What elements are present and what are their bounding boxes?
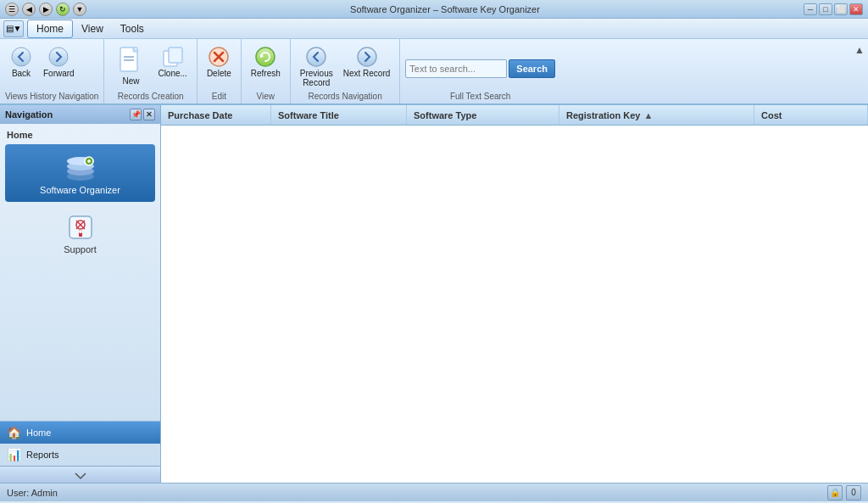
window-controls: ─ □ ⬜ ✕ bbox=[804, 3, 863, 15]
forward-ribbon-btn[interactable]: Forward bbox=[39, 42, 79, 81]
nav-item-software-organizer[interactable]: Software Organizer bbox=[5, 144, 155, 202]
refresh-icon bbox=[253, 45, 277, 69]
edit-label: Edit bbox=[203, 90, 236, 103]
full-text-search-label: Full Text Search bbox=[405, 90, 555, 103]
ribbon-section-btns-records-nav: PreviousRecord Next Record bbox=[296, 42, 394, 90]
nav-item-support[interactable]: Support bbox=[5, 204, 155, 261]
next-record-icon bbox=[355, 45, 379, 69]
app-menu-btn[interactable]: ▤▼ bbox=[3, 20, 24, 37]
nav-pin-btn[interactable]: 📌 bbox=[130, 109, 142, 120]
next-record-label: Next Record bbox=[343, 69, 391, 78]
refresh-label: Refresh bbox=[251, 69, 281, 78]
ribbon-section-search: Search Full Text Search bbox=[400, 39, 560, 103]
col-purchase-date[interactable]: Purchase Date bbox=[161, 105, 271, 125]
count-badge: 0 bbox=[846, 485, 861, 500]
refresh-ribbon-btn[interactable]: Refresh bbox=[247, 42, 285, 81]
forward-btn[interactable]: ▶ bbox=[39, 3, 53, 16]
content-area: Purchase Date Software Title Software Ty… bbox=[161, 105, 868, 483]
ribbon-section-btns-views: Back Forward bbox=[5, 42, 98, 90]
col-cost[interactable]: Cost bbox=[754, 105, 868, 125]
records-creation-label: Records Creation bbox=[109, 90, 191, 103]
svg-point-26 bbox=[79, 230, 82, 233]
home-bottom-icon: 🏠 bbox=[7, 426, 21, 439]
delete-icon bbox=[207, 45, 231, 69]
refresh-btn[interactable]: ↻ bbox=[56, 3, 70, 16]
support-icon bbox=[64, 210, 97, 244]
clone-btn[interactable]: Clone... bbox=[153, 42, 191, 81]
menu-tools[interactable]: Tools bbox=[112, 20, 153, 37]
collapse-icon[interactable]: ▲ bbox=[854, 44, 865, 56]
ribbon: Back Forward Views History Navigation bbox=[0, 39, 868, 105]
search-input[interactable] bbox=[405, 59, 507, 78]
menu-bar: ▤▼ Home View Tools bbox=[0, 19, 868, 39]
user-status: User: Admin bbox=[7, 488, 58, 498]
ribbon-section-view: Refresh View bbox=[242, 39, 291, 103]
clone-icon bbox=[161, 45, 185, 69]
prev-record-btn[interactable]: PreviousRecord bbox=[296, 42, 337, 90]
extra-btn[interactable]: ▼ bbox=[73, 3, 86, 16]
support-label: Support bbox=[64, 244, 97, 254]
delete-label: Delete bbox=[207, 69, 231, 78]
ribbon-section-btns-view: Refresh bbox=[247, 42, 285, 90]
nav-header: Navigation 📌 ✕ bbox=[0, 105, 160, 124]
delete-btn[interactable]: Delete bbox=[203, 42, 236, 81]
svg-point-1 bbox=[49, 48, 68, 66]
nav-scroll-down-btn[interactable] bbox=[0, 466, 160, 483]
sort-indicator: ▲ bbox=[643, 110, 653, 120]
records-navigation-label: Records Navigation bbox=[296, 90, 394, 103]
minimize-btn[interactable]: ─ bbox=[804, 3, 817, 15]
prev-record-icon bbox=[304, 45, 328, 69]
new-icon bbox=[115, 46, 146, 76]
back-ribbon-btn[interactable]: Back bbox=[5, 42, 37, 81]
ribbon-section-btns-edit: Delete bbox=[203, 42, 236, 90]
app-title: Software Organizer – Software Key Organi… bbox=[86, 4, 804, 14]
back-btn[interactable]: ◀ bbox=[22, 3, 36, 16]
col-software-title[interactable]: Software Title bbox=[271, 105, 407, 125]
nav-header-controls: 📌 ✕ bbox=[130, 109, 155, 120]
nav-bottom-reports[interactable]: 📊 Reports bbox=[0, 444, 160, 466]
new-record-btn[interactable]: New bbox=[109, 42, 152, 89]
close-btn[interactable]: ✕ bbox=[849, 3, 863, 15]
svg-point-0 bbox=[12, 48, 31, 66]
col-software-type[interactable]: Software Type bbox=[407, 105, 559, 125]
back-icon bbox=[9, 45, 33, 69]
menu-icon[interactable]: ☰ bbox=[5, 3, 19, 16]
ribbon-section-records-creation: New Clone... Records Creation bbox=[104, 39, 197, 103]
menu-view[interactable]: View bbox=[73, 20, 112, 37]
svg-point-11 bbox=[256, 48, 275, 66]
menu-home[interactable]: Home bbox=[27, 20, 73, 38]
ribbon-collapse[interactable]: ▲ bbox=[853, 39, 868, 103]
new-record-label: New bbox=[122, 76, 139, 86]
prev-record-label: PreviousRecord bbox=[300, 69, 333, 87]
software-organizer-icon bbox=[64, 151, 97, 185]
view-label: View bbox=[247, 90, 285, 103]
status-bar: User: Admin 🔒 0 bbox=[0, 483, 868, 501]
forward-icon bbox=[47, 45, 70, 69]
ribbon-section-views-history: Back Forward Views History Navigation bbox=[0, 39, 104, 103]
ribbon-section-edit: Delete Edit bbox=[198, 39, 242, 103]
next-record-btn[interactable]: Next Record bbox=[339, 42, 395, 81]
nav-bottom: 🏠 Home 📊 Reports bbox=[0, 421, 160, 483]
table-header: Purchase Date Software Title Software Ty… bbox=[161, 105, 868, 126]
nav-section-home-label: Home bbox=[3, 127, 157, 143]
search-button[interactable]: Search bbox=[509, 59, 555, 78]
software-organizer-label: Software Organizer bbox=[40, 185, 120, 195]
svg-rect-7 bbox=[169, 48, 182, 63]
views-history-label: Views History Navigation bbox=[5, 90, 98, 103]
svg-point-13 bbox=[358, 48, 376, 66]
ribbon-section-btns-search: Search bbox=[405, 42, 555, 90]
restore-btn[interactable]: □ bbox=[819, 3, 832, 15]
reports-icon: 📊 bbox=[7, 448, 21, 461]
main-area: Navigation 📌 ✕ Home bbox=[0, 105, 868, 483]
nav-bottom-home-label: Home bbox=[26, 428, 51, 438]
ribbon-section-records-nav: PreviousRecord Next Record Records Navig… bbox=[291, 39, 400, 103]
clone-label: Clone... bbox=[158, 69, 186, 78]
nav-close-btn[interactable]: ✕ bbox=[143, 109, 155, 120]
navigation-panel: Navigation 📌 ✕ Home bbox=[0, 105, 161, 483]
nav-bottom-home[interactable]: 🏠 Home bbox=[0, 422, 160, 444]
status-right: 🔒 0 bbox=[827, 485, 861, 500]
nav-title: Navigation bbox=[5, 109, 53, 120]
table-body bbox=[161, 126, 868, 483]
maximize-btn[interactable]: ⬜ bbox=[834, 3, 848, 15]
col-registration-key[interactable]: Registration Key ▲ bbox=[559, 105, 754, 125]
